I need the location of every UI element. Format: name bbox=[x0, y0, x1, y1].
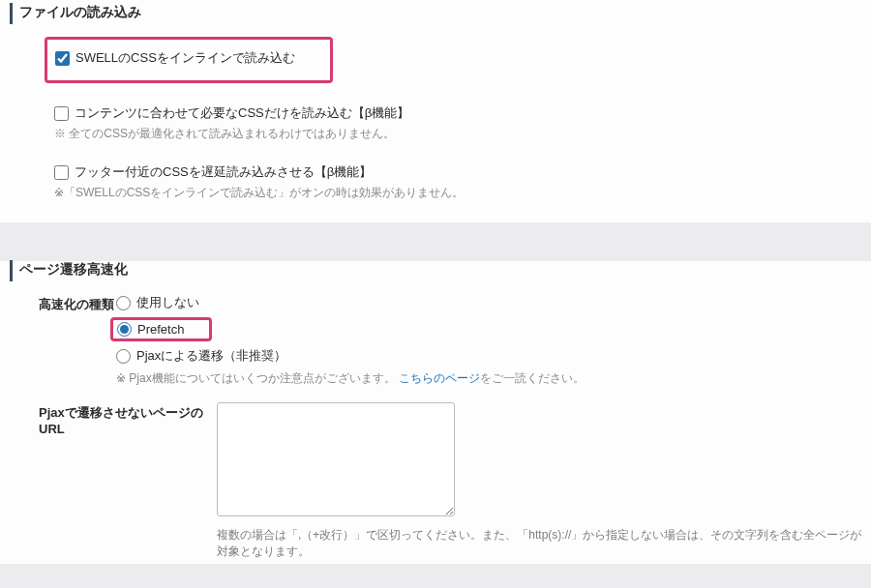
page-speed-title: ページ遷移高速化 bbox=[0, 261, 871, 279]
speed-radio-prefetch-label: Prefetch bbox=[137, 322, 184, 337]
pjax-exclude-textarea[interactable] bbox=[217, 402, 455, 516]
footer-css-label: フッター付近のCSSを遅延読み込みさせる【β機能】 bbox=[75, 163, 372, 181]
highlight-prefetch: Prefetch bbox=[110, 317, 212, 341]
content-css-group: コンテンツに合わせて必要なCSSだけを読み込む【β機能】 ※ 全てのCSSが最適… bbox=[0, 104, 871, 142]
speed-type-label: 高速化の種類 bbox=[39, 294, 116, 313]
speed-radio-prefetch[interactable] bbox=[117, 322, 132, 337]
file-load-section: ファイルの読み込み SWELLのCSSをインラインで読み込む コンテンツに合わせ… bbox=[0, 0, 871, 222]
pjax-note: ※ Pjax機能についてはいくつか注意点がございます。 こちらのページをご一読く… bbox=[116, 370, 832, 387]
pjax-note-suffix: をご一読ください。 bbox=[480, 371, 585, 385]
pjax-exclude-note: 複数の場合は「,（+改行）」で区切ってください。また、「http(s)://」か… bbox=[217, 527, 871, 560]
speed-radio-pjax-label: Pjaxによる遷移（非推奨） bbox=[136, 347, 286, 365]
content-css-checkbox-row[interactable]: コンテンツに合わせて必要なCSSだけを読み込む【β機能】 bbox=[54, 104, 832, 122]
speed-radio-pjax[interactable] bbox=[116, 349, 131, 364]
pjax-note-prefix: ※ Pjax機能についてはいくつか注意点がございます。 bbox=[116, 371, 396, 385]
content-css-checkbox[interactable] bbox=[54, 106, 69, 121]
section-gap bbox=[0, 242, 871, 261]
speed-option-prefetch[interactable]: Prefetch bbox=[117, 322, 184, 337]
footer-css-note: ※「SWELLのCSSをインラインで読み込む」がオンの時は効果がありません。 bbox=[54, 185, 832, 201]
pjax-note-link[interactable]: こちらのページ bbox=[399, 371, 480, 385]
pjax-exclude-label: Pjaxで遷移させないページのURL bbox=[39, 402, 203, 436]
speed-radio-none[interactable] bbox=[116, 296, 131, 310]
inline-css-checkbox-row[interactable]: SWELLのCSSをインラインで読み込む bbox=[55, 49, 295, 67]
speed-radio-none-label: 使用しない bbox=[136, 294, 199, 311]
highlight-inline-css: SWELLのCSSをインラインで読み込む bbox=[45, 37, 333, 83]
pjax-exclude-row: Pjaxで遷移させないページのURL bbox=[0, 402, 871, 519]
footer-css-group: フッター付近のCSSを遅延読み込みさせる【β機能】 ※「SWELLのCSSをイン… bbox=[0, 163, 871, 201]
page-speed-section: ページ遷移高速化 高速化の種類 使用しない Prefetch bbox=[0, 261, 871, 564]
footer-css-checkbox-row[interactable]: フッター付近のCSSを遅延読み込みさせる【β機能】 bbox=[54, 163, 832, 181]
file-load-title: ファイルの読み込み bbox=[0, 4, 871, 21]
footer-css-checkbox[interactable] bbox=[54, 165, 69, 180]
speed-option-pjax[interactable]: Pjaxによる遷移（非推奨） bbox=[116, 347, 832, 365]
content-css-note: ※ 全てのCSSが最適化されて読み込まれるわけではありません。 bbox=[54, 126, 832, 142]
inline-css-group: SWELLのCSSをインラインで読み込む bbox=[0, 37, 871, 83]
inline-css-checkbox[interactable] bbox=[55, 51, 70, 66]
speed-option-none[interactable]: 使用しない bbox=[116, 294, 832, 311]
content-css-label: コンテンツに合わせて必要なCSSだけを読み込む【β機能】 bbox=[75, 104, 409, 122]
inline-css-label: SWELLのCSSをインラインで読み込む bbox=[75, 49, 295, 67]
speed-type-options: 使用しない Prefetch Pjaxによる遷移（非推奨） ※ Pjax機能につ… bbox=[116, 294, 832, 387]
speed-type-row: 高速化の種類 使用しない Prefetch Pjaxによる遷移 bbox=[0, 294, 871, 387]
